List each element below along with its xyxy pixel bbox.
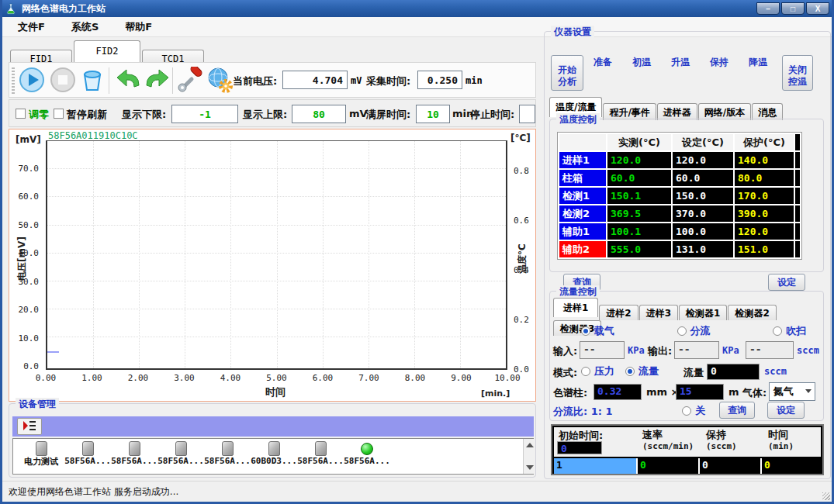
temp-row-label: 辅助1 [559,223,606,240]
output-pressure-field[interactable]: -- [674,341,719,359]
display-settings-row: 调零 暂停刷新 显示下限: -1 显示上限: 80 mV 满屏时间: 10 mi… [9,99,536,127]
flow-query-button[interactable]: 查询 [719,402,755,419]
current-voltage-field[interactable]: 4.704 [282,71,348,89]
temp-header-cell: 实测(°C) [607,134,671,150]
device-item[interactable]: 58F56A... [204,441,251,474]
x-tick: 5.00 [266,373,287,383]
temp-set-button[interactable]: 设定 [768,274,805,291]
flow-tab-4[interactable]: 检测器1 [679,305,727,320]
bucket-icon [79,84,106,95]
device-item[interactable]: 58F56A... [297,441,344,474]
column-length-field[interactable]: 15 [676,384,724,400]
start-analysis-button[interactable]: 开始 分析 [551,55,583,91]
lower-limit-field[interactable]: -1 [171,105,238,123]
toolbar-grip[interactable] [12,67,15,94]
upper-limit-field[interactable]: 80 [292,105,346,123]
v-gridline [460,141,461,368]
temp-row-label: 柱箱 [559,170,606,186]
instrument-tab-2[interactable]: 程升/事件 [603,103,656,120]
device-item[interactable]: 60B0D3... [251,441,297,474]
forward-arrow-button[interactable] [143,66,172,95]
mode-radio-2[interactable]: 流量 [625,364,659,378]
split-off-radio[interactable]: 关 [682,404,705,418]
detector-tab-2[interactable]: FID2 [74,40,140,62]
temp-row: 柱箱60.060.080.0 [559,170,800,186]
radio-dot [581,326,590,336]
flow-tab-3[interactable]: 进样3 [639,305,678,320]
device-list-scrollbar[interactable] [523,439,535,474]
flow-value-field[interactable]: 0 [707,364,760,380]
instrument-tab-3[interactable]: 进样器 [657,103,697,120]
close-temp-control-button[interactable]: 关闭 控温 [782,55,813,91]
flow-tab-2[interactable]: 进样2 [599,305,638,320]
zero-checkbox[interactable] [16,109,26,119]
temp-actual-cell: 60.0 [607,170,671,186]
gas-radio-1[interactable]: 载气 [581,324,614,338]
scroll-up-icon[interactable] [526,443,534,447]
stop-icon [50,84,76,95]
signal-trace [47,351,59,353]
acq-time-field[interactable]: 0.250 [417,71,462,89]
tools-button[interactable] [175,66,205,95]
stop-time-field[interactable] [519,105,535,123]
flow-control-group: 流量控制 进样1进样2进样3检测器1检测器2检测器3 载气分流吹扫 输入: --… [549,291,824,421]
back-arrow-button[interactable] [113,66,143,95]
x-axis-ticks: 0.001.002.003.004.005.006.007.008.009.00… [46,373,507,384]
v-gridline [277,141,278,368]
gas-radio-3[interactable]: 吹扫 [773,324,806,338]
instrument-tab-5[interactable]: 消息 [752,103,783,120]
program-row-index[interactable]: 1 [554,458,636,474]
scroll-down-icon[interactable] [526,465,534,470]
time-title: 时间 [768,429,788,440]
network-settings-button[interactable] [205,66,234,95]
device-label: 58F56A... [297,456,344,466]
fullscreen-time-field[interactable]: 10 [416,105,450,123]
run-button[interactable] [17,66,47,95]
device-item[interactable]: 58F56A... [157,441,204,474]
flow-set-button[interactable]: 设定 [767,402,805,419]
device-item[interactable]: 58F56A... [111,441,157,474]
column-diameter-field[interactable]: 0.32 [593,384,642,400]
clear-button[interactable] [78,66,107,95]
output-label: 输出: [648,344,672,358]
stop-button[interactable] [48,66,78,95]
device-list-button[interactable] [17,418,42,435]
instrument-tab-4[interactable]: 网络/版本 [698,103,751,120]
x-tick: 1.00 [81,373,102,383]
menu-item[interactable]: 系统S [71,20,99,34]
maximize-button[interactable]: □ [781,2,805,15]
gas-label: 气体: [742,386,767,400]
gas-dropdown[interactable]: 氮气 [769,382,815,401]
menu-item[interactable]: 文件F [18,20,45,34]
flow-tab-1[interactable]: 进样1 [553,298,598,317]
radio-label: 流量 [638,364,659,378]
column-label: 色谱柱: [553,386,587,400]
pause-refresh-checkbox[interactable] [54,109,64,119]
close-temp-line2: 控温 [788,76,807,87]
input-pressure-field[interactable]: -- [580,341,625,359]
program-row-hold[interactable]: 0 [700,458,760,474]
radio-dot [773,326,782,336]
close-button[interactable]: X [806,2,829,15]
start-analysis-line1: 开始 [558,64,576,75]
menu-item[interactable]: 帮助F [125,20,152,34]
init-time-field[interactable]: 0 [557,441,602,454]
device-item[interactable]: 58F56A... [344,441,390,474]
flow-tab-5[interactable]: 检测器2 [728,305,776,320]
device-item[interactable]: 电力测试 [18,441,64,474]
mode-radio-1[interactable]: 压力 [581,364,614,378]
program-table-header: 初始时间: 0 速率 (sccm/min) 保持 (sccm) 时间 (min) [554,427,821,457]
temp-header-row: 实测(°C)设定(°C)保护(°C) [559,134,800,150]
gas-radio-2[interactable]: 分流 [677,324,711,338]
program-row-rate[interactable]: 0 [638,458,698,474]
temp-row: 辅助2555.0131.0151.0 [559,241,800,257]
x-tick: 7.00 [358,373,379,383]
temp-protect-cell: 140.0 [735,152,794,168]
right-tick: 0.8 [514,166,529,176]
minimize-button[interactable]: – [756,2,780,15]
output-flow-field[interactable]: -- [746,341,794,359]
program-row-time[interactable]: 0 [762,458,821,474]
device-item[interactable]: 58F56A... [64,441,111,474]
resize-grip[interactable] [822,492,830,500]
hold-column-header: 保持 (sccm) [706,429,737,452]
